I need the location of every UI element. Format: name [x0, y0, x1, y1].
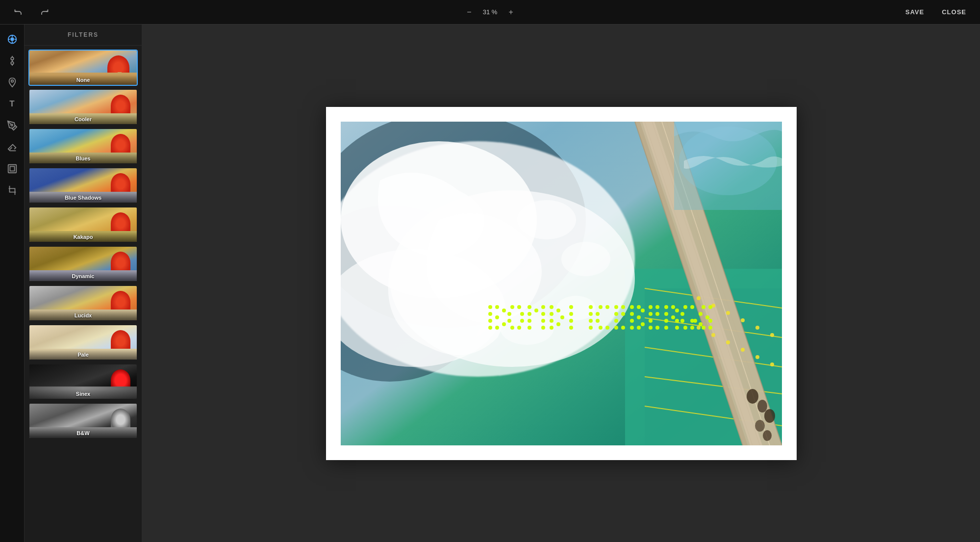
filter-kakapo[interactable]: Kakapo	[28, 206, 138, 243]
svg-point-122	[641, 309, 645, 312]
svg-point-133	[664, 305, 668, 309]
svg-point-78	[510, 326, 514, 330]
sidebar-item-adjustments[interactable]	[3, 52, 21, 70]
svg-point-137	[671, 305, 675, 309]
filters-panel: FILTERS None Co	[25, 25, 142, 542]
svg-point-109	[605, 326, 609, 330]
filter-sinex[interactable]: Sinex	[28, 363, 138, 400]
svg-point-108	[599, 326, 603, 330]
filter-blues[interactable]: Blues	[28, 128, 138, 164]
zoom-value: 31 %	[480, 8, 500, 16]
svg-point-7	[11, 62, 14, 64]
svg-point-134	[664, 312, 668, 316]
save-button[interactable]: SAVE	[902, 6, 928, 18]
svg-point-80	[528, 305, 531, 309]
svg-point-143	[690, 305, 694, 309]
svg-point-47	[755, 420, 765, 432]
svg-point-79	[517, 326, 521, 330]
filter-none-label: None	[29, 75, 137, 85]
filter-blues-label: Blues	[29, 154, 137, 163]
svg-point-106	[596, 312, 600, 316]
svg-point-145	[680, 319, 684, 323]
svg-point-117	[630, 305, 634, 309]
svg-point-98	[569, 319, 573, 323]
close-button[interactable]: CLOSE	[938, 6, 970, 18]
svg-rect-13	[8, 165, 16, 173]
svg-point-107	[596, 319, 600, 323]
svg-point-132	[655, 326, 659, 330]
svg-point-151	[708, 305, 712, 309]
undo-button[interactable]	[10, 5, 27, 19]
sidebar-item-paint[interactable]	[3, 117, 21, 134]
redo-button[interactable]	[35, 5, 53, 19]
filter-lucidx[interactable]: Lucidx	[28, 285, 138, 321]
svg-point-63	[488, 305, 492, 309]
sidebar-item-frame[interactable]	[3, 160, 21, 178]
svg-point-6	[11, 57, 14, 60]
svg-point-115	[614, 326, 618, 330]
svg-point-118	[630, 312, 634, 316]
sidebar-item-watermark[interactable]	[3, 74, 21, 91]
sidebar-item-crop[interactable]	[3, 181, 21, 199]
svg-point-153	[705, 315, 709, 319]
svg-point-99	[569, 326, 573, 330]
svg-point-12	[11, 124, 13, 126]
toolbar: − 31 % + SAVE CLOSE	[0, 0, 980, 25]
canvas-area	[142, 25, 980, 542]
sidebar-item-text[interactable]: T	[3, 95, 21, 113]
svg-point-152	[699, 312, 703, 316]
svg-point-65	[488, 319, 492, 323]
svg-point-69	[495, 315, 499, 319]
svg-point-138	[675, 309, 679, 312]
svg-point-95	[556, 322, 560, 326]
svg-point-142	[683, 305, 687, 309]
svg-point-88	[541, 305, 545, 309]
svg-point-135	[664, 319, 668, 323]
filter-dynamic-label: Dynamic	[29, 271, 137, 281]
toolbar-center: − 31 % +	[464, 7, 516, 18]
filter-dynamic[interactable]: Dynamic	[28, 246, 138, 282]
svg-point-147	[690, 326, 694, 330]
svg-point-146	[683, 326, 687, 330]
svg-point-37	[500, 310, 554, 345]
svg-point-120	[630, 326, 634, 330]
svg-point-156	[708, 326, 712, 330]
svg-rect-14	[10, 166, 14, 171]
filter-blueshadows[interactable]: Blue Shadows	[28, 167, 138, 204]
svg-point-44	[747, 389, 758, 404]
filter-pale[interactable]: Pale	[28, 324, 138, 361]
svg-point-97	[569, 312, 573, 316]
svg-point-128	[649, 312, 653, 316]
svg-point-54	[770, 333, 774, 337]
svg-point-89	[550, 305, 553, 309]
sidebar-item-erase[interactable]	[3, 138, 21, 156]
svg-point-90	[550, 312, 553, 316]
zoom-out-button[interactable]: −	[464, 7, 474, 18]
svg-point-130	[649, 319, 653, 323]
sidebar-item-filters[interactable]	[3, 30, 21, 48]
filter-sinex-label: Sinex	[29, 389, 137, 399]
svg-point-75	[520, 312, 524, 316]
svg-point-85	[541, 312, 545, 316]
svg-point-74	[507, 312, 511, 316]
zoom-in-button[interactable]: +	[506, 7, 516, 18]
svg-point-154	[708, 319, 712, 323]
svg-point-45	[757, 400, 767, 413]
filters-list: None Cooler Blues	[25, 46, 142, 542]
filter-pale-label: Pale	[29, 350, 137, 360]
svg-point-126	[649, 305, 653, 309]
svg-point-96	[569, 305, 573, 309]
svg-point-157	[699, 322, 703, 326]
svg-point-121	[637, 305, 641, 309]
filter-cooler[interactable]: Cooler	[28, 89, 138, 125]
filter-bw[interactable]: B&W	[28, 403, 138, 439]
svg-point-35	[517, 200, 576, 239]
filter-kakapo-label: Kakapo	[29, 232, 137, 242]
svg-point-57	[726, 340, 730, 344]
svg-point-55	[697, 326, 701, 330]
filter-none[interactable]: None	[28, 50, 138, 86]
svg-point-56	[711, 333, 715, 337]
svg-point-92	[550, 326, 553, 330]
svg-point-86	[541, 319, 545, 323]
svg-point-114	[614, 319, 618, 323]
